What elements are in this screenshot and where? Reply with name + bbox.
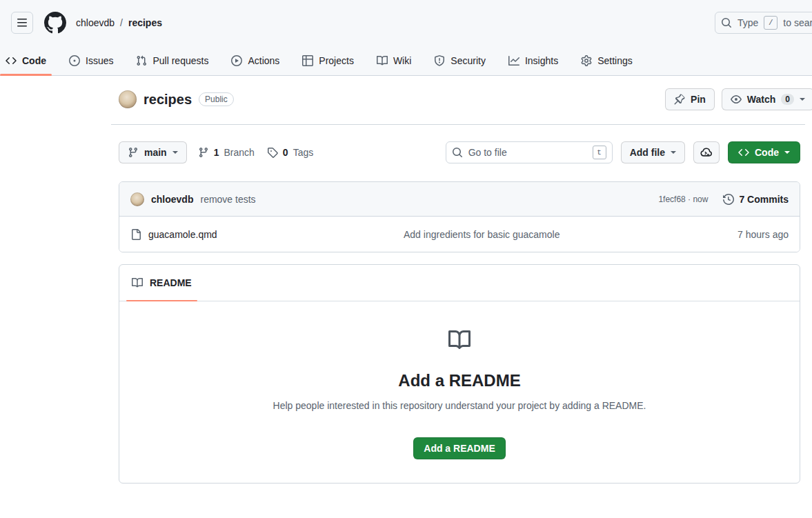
tab-readme[interactable]: README	[126, 265, 197, 301]
tab-label: Settings	[597, 55, 633, 66]
search-placeholder-prefix: Type	[737, 17, 758, 28]
branches-count: 1	[214, 147, 219, 158]
watch-count: 0	[781, 94, 794, 105]
repo-header-divider	[111, 124, 805, 125]
branch-selector-button[interactable]: main	[119, 141, 187, 163]
tab-label: Insights	[525, 55, 558, 66]
readme-tab-label: README	[150, 277, 192, 288]
add-file-button[interactable]: Add file	[621, 141, 685, 163]
table-icon	[302, 55, 313, 66]
breadcrumb-repo[interactable]: recipes	[128, 17, 162, 28]
readme-card-header: README	[119, 265, 800, 301]
book-icon-large	[448, 329, 471, 351]
git-pull-request-icon	[136, 55, 147, 66]
file-name-link[interactable]: guacamole.qmd	[148, 229, 217, 240]
code-icon	[6, 55, 17, 66]
repo-title[interactable]: recipes	[143, 92, 192, 108]
search-slash-key-hint: /	[764, 16, 778, 30]
tab-issues[interactable]: Issues	[63, 46, 119, 75]
readme-empty-title: Add a README	[141, 371, 778, 390]
tags-count: 0	[283, 147, 288, 158]
owner-avatar[interactable]	[119, 90, 137, 108]
tab-pull-requests[interactable]: Pull requests	[130, 46, 214, 75]
git-branch-icon	[198, 147, 209, 158]
repo-header: recipes Public Pin Watch 0	[119, 76, 800, 124]
add-file-label: Add file	[630, 147, 665, 158]
file-toolbar: main 1 Branch 0 Tags t Add file	[119, 141, 800, 163]
tag-icon	[267, 147, 278, 158]
commit-author-avatar[interactable]	[130, 192, 144, 206]
codespaces-cloud-icon	[700, 146, 713, 159]
watch-button[interactable]: Watch 0	[722, 88, 812, 110]
tab-label: Projects	[319, 55, 354, 66]
codespaces-button[interactable]	[693, 141, 720, 163]
commits-count-label: 7 Commits	[739, 194, 789, 205]
pin-icon	[674, 94, 685, 105]
search-icon	[452, 147, 463, 158]
graph-icon	[508, 55, 519, 66]
github-logo[interactable]	[44, 12, 66, 34]
commit-message-link[interactable]: remove tests	[200, 194, 255, 205]
breadcrumb-separator: /	[120, 17, 123, 28]
hamburger-icon	[17, 17, 28, 28]
gear-icon	[581, 55, 592, 66]
go-to-file-input[interactable]	[468, 147, 587, 158]
ref-info: 1 Branch 0 Tags	[198, 147, 314, 158]
chevron-down-icon	[671, 151, 676, 154]
latest-commit-bar: chloevdb remove tests 1fecf68 · now 7 Co…	[119, 182, 800, 217]
tab-security[interactable]: Security	[428, 46, 491, 75]
breadcrumb-owner[interactable]: chloevdb	[76, 17, 115, 28]
go-to-file-box: t	[446, 141, 613, 163]
pin-button[interactable]: Pin	[665, 88, 715, 110]
shield-icon	[434, 55, 445, 66]
tab-wiki[interactable]: Wiki	[371, 46, 417, 75]
code-button-label: Code	[755, 147, 779, 158]
readme-empty-state: Add a README Help people interested in t…	[119, 301, 800, 483]
global-nav-menu-button[interactable]	[11, 12, 33, 34]
tab-label: Wiki	[393, 55, 411, 66]
readme-empty-description: Help people interested in this repositor…	[141, 400, 778, 411]
tab-label: Actions	[248, 55, 279, 66]
github-mark-icon	[44, 12, 66, 34]
file-commit-message[interactable]: Add ingredients for basic guacamole	[404, 229, 664, 240]
file-updated-time: 7 hours ago	[664, 229, 789, 240]
file-table: chloevdb remove tests 1fecf68 · now 7 Co…	[119, 181, 800, 252]
add-readme-button-label: Add a README	[424, 443, 495, 454]
search-placeholder-suffix: to search	[783, 17, 812, 28]
tab-actions[interactable]: Actions	[226, 46, 285, 75]
tab-label: Issues	[86, 55, 113, 66]
branches-link[interactable]: 1 Branch	[198, 147, 255, 158]
pin-button-label: Pin	[691, 94, 706, 105]
commit-sha-time[interactable]: 1fecf68 · now	[658, 195, 708, 204]
file-name-cell: guacamole.qmd	[130, 229, 404, 240]
play-icon	[231, 55, 242, 66]
repo-actions: Pin Watch 0	[665, 88, 812, 110]
file-icon	[130, 229, 141, 240]
go-to-file-key-hint: t	[593, 146, 606, 159]
chevron-down-icon	[172, 151, 178, 154]
history-icon	[723, 194, 734, 205]
readme-card: README Add a README Help people interest…	[119, 264, 800, 484]
watch-button-label: Watch	[747, 94, 775, 105]
tab-label: Security	[450, 55, 486, 66]
search-icon	[721, 17, 732, 28]
branch-name: main	[144, 147, 167, 158]
global-search-input[interactable]: Type / to search	[715, 12, 812, 34]
global-header: chloevdb / recipes Type / to search	[0, 0, 812, 46]
repo-nav: Code Issues Pull requests Actions Projec…	[0, 46, 812, 76]
commit-history-link[interactable]: 7 Commits	[723, 194, 789, 205]
toolbar-right: t Add file Code	[446, 141, 800, 163]
add-readme-button[interactable]: Add a README	[413, 437, 505, 459]
tab-code[interactable]: Code	[0, 46, 52, 75]
table-row: guacamole.qmd Add ingredients for basic …	[119, 217, 800, 252]
tab-settings[interactable]: Settings	[575, 46, 638, 75]
tab-projects[interactable]: Projects	[297, 46, 359, 75]
code-dropdown-button[interactable]: Code	[728, 141, 800, 163]
chevron-down-icon	[784, 151, 790, 154]
commit-meta: 1fecf68 · now 7 Commits	[658, 194, 789, 205]
tab-insights[interactable]: Insights	[503, 46, 564, 75]
commit-author[interactable]: chloevdb	[151, 194, 193, 205]
tags-link[interactable]: 0 Tags	[267, 147, 313, 158]
branches-label: Branch	[224, 147, 254, 158]
issue-opened-icon	[69, 55, 80, 66]
